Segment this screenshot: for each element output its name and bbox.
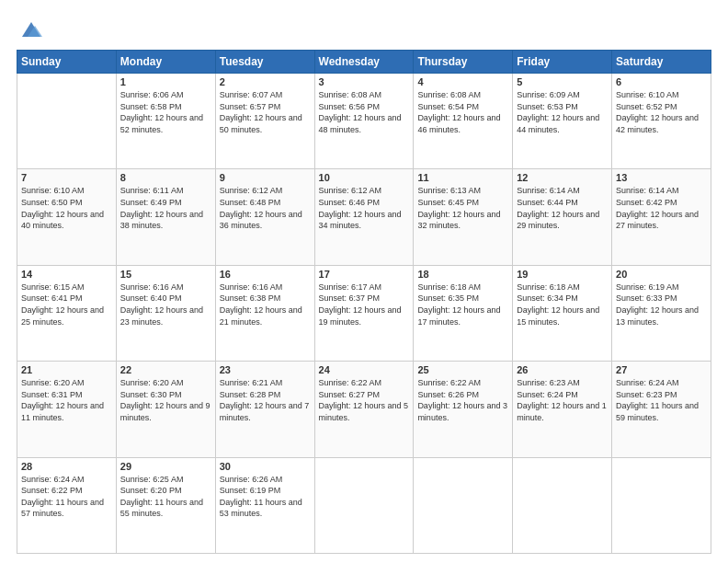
- calendar-cell: 2 Sunrise: 6:07 AM Sunset: 6:57 PM Dayli…: [215, 74, 314, 169]
- day-info: Sunrise: 6:14 AM Sunset: 6:42 PM Dayligh…: [616, 185, 707, 231]
- calendar-cell: 1 Sunrise: 6:06 AM Sunset: 6:58 PM Dayli…: [116, 74, 215, 169]
- calendar-cell: [612, 457, 711, 553]
- calendar-cell: 4 Sunrise: 6:08 AM Sunset: 6:54 PM Dayli…: [414, 74, 513, 169]
- logo-icon: [18, 17, 44, 42]
- day-number: 24: [319, 364, 410, 375]
- day-number: 18: [417, 269, 508, 280]
- calendar-cell: 15 Sunrise: 6:16 AM Sunset: 6:40 PM Dayl…: [116, 265, 215, 361]
- day-info: Sunrise: 6:12 AM Sunset: 6:48 PM Dayligh…: [220, 185, 311, 231]
- day-number: 4: [417, 76, 508, 87]
- logo: [17, 17, 44, 42]
- day-number: 26: [517, 364, 608, 375]
- calendar-week-2: 7 Sunrise: 6:10 AM Sunset: 6:50 PM Dayli…: [17, 169, 711, 265]
- day-number: 11: [417, 172, 508, 183]
- calendar-cell: 30 Sunrise: 6:26 AM Sunset: 6:19 PM Dayl…: [215, 457, 314, 553]
- day-info: Sunrise: 6:18 AM Sunset: 6:35 PM Dayligh…: [417, 282, 508, 327]
- calendar-cell: [17, 74, 117, 169]
- day-header-sunday: Sunday: [17, 51, 117, 74]
- day-info: Sunrise: 6:20 AM Sunset: 6:31 PM Dayligh…: [21, 377, 112, 423]
- day-info: Sunrise: 6:18 AM Sunset: 6:34 PM Dayligh…: [517, 282, 608, 327]
- calendar-cell: 11 Sunrise: 6:13 AM Sunset: 6:45 PM Dayl…: [414, 169, 513, 265]
- calendar-cell: 26 Sunrise: 6:23 AM Sunset: 6:24 PM Dayl…: [513, 362, 612, 457]
- day-info: Sunrise: 6:22 AM Sunset: 6:26 PM Dayligh…: [417, 377, 508, 423]
- calendar-cell: 28 Sunrise: 6:24 AM Sunset: 6:22 PM Dayl…: [17, 457, 117, 553]
- day-number: 7: [21, 172, 112, 183]
- calendar-cell: 22 Sunrise: 6:20 AM Sunset: 6:30 PM Dayl…: [116, 362, 215, 457]
- day-number: 9: [220, 172, 311, 183]
- day-info: Sunrise: 6:16 AM Sunset: 6:40 PM Dayligh…: [120, 282, 211, 327]
- day-number: 14: [21, 269, 112, 280]
- day-info: Sunrise: 6:06 AM Sunset: 6:58 PM Dayligh…: [120, 89, 211, 135]
- day-info: Sunrise: 6:23 AM Sunset: 6:24 PM Dayligh…: [517, 377, 608, 423]
- day-number: 1: [120, 76, 211, 87]
- calendar-cell: 27 Sunrise: 6:24 AM Sunset: 6:23 PM Dayl…: [612, 362, 711, 457]
- calendar-header-row: SundayMondayTuesdayWednesdayThursdayFrid…: [17, 51, 711, 74]
- day-info: Sunrise: 6:12 AM Sunset: 6:46 PM Dayligh…: [319, 185, 410, 231]
- calendar-week-5: 28 Sunrise: 6:24 AM Sunset: 6:22 PM Dayl…: [17, 457, 711, 553]
- day-header-thursday: Thursday: [414, 51, 513, 74]
- day-number: 2: [220, 76, 311, 87]
- day-info: Sunrise: 6:21 AM Sunset: 6:28 PM Dayligh…: [220, 377, 311, 423]
- day-number: 29: [120, 461, 211, 472]
- day-info: Sunrise: 6:25 AM Sunset: 6:20 PM Dayligh…: [120, 474, 211, 520]
- day-info: Sunrise: 6:08 AM Sunset: 6:54 PM Dayligh…: [417, 89, 508, 135]
- calendar-cell: 21 Sunrise: 6:20 AM Sunset: 6:31 PM Dayl…: [17, 362, 117, 457]
- day-number: 15: [120, 269, 211, 280]
- calendar-cell: 14 Sunrise: 6:15 AM Sunset: 6:41 PM Dayl…: [17, 265, 117, 361]
- day-number: 23: [220, 364, 311, 375]
- day-info: Sunrise: 6:08 AM Sunset: 6:56 PM Dayligh…: [319, 89, 410, 135]
- day-header-friday: Friday: [513, 51, 612, 74]
- day-number: 25: [417, 364, 508, 375]
- calendar-cell: [414, 457, 513, 553]
- day-number: 30: [220, 461, 311, 472]
- day-number: 12: [517, 172, 608, 183]
- day-info: Sunrise: 6:16 AM Sunset: 6:38 PM Dayligh…: [220, 282, 311, 327]
- day-number: 6: [616, 76, 707, 87]
- calendar-cell: 12 Sunrise: 6:14 AM Sunset: 6:44 PM Dayl…: [513, 169, 612, 265]
- day-number: 27: [616, 364, 707, 375]
- day-info: Sunrise: 6:09 AM Sunset: 6:53 PM Dayligh…: [517, 89, 608, 135]
- calendar-cell: 20 Sunrise: 6:19 AM Sunset: 6:33 PM Dayl…: [612, 265, 711, 361]
- calendar-cell: 6 Sunrise: 6:10 AM Sunset: 6:52 PM Dayli…: [612, 74, 711, 169]
- day-number: 19: [517, 269, 608, 280]
- calendar-cell: 24 Sunrise: 6:22 AM Sunset: 6:27 PM Dayl…: [314, 362, 414, 457]
- calendar-cell: 9 Sunrise: 6:12 AM Sunset: 6:48 PM Dayli…: [215, 169, 314, 265]
- calendar-table: SundayMondayTuesdayWednesdayThursdayFrid…: [17, 50, 711, 554]
- day-info: Sunrise: 6:14 AM Sunset: 6:44 PM Dayligh…: [517, 185, 608, 231]
- calendar-cell: 19 Sunrise: 6:18 AM Sunset: 6:34 PM Dayl…: [513, 265, 612, 361]
- calendar-week-4: 21 Sunrise: 6:20 AM Sunset: 6:31 PM Dayl…: [17, 362, 711, 457]
- day-number: 5: [517, 76, 608, 87]
- calendar-cell: 18 Sunrise: 6:18 AM Sunset: 6:35 PM Dayl…: [414, 265, 513, 361]
- day-info: Sunrise: 6:11 AM Sunset: 6:49 PM Dayligh…: [120, 185, 211, 231]
- day-info: Sunrise: 6:24 AM Sunset: 6:22 PM Dayligh…: [21, 474, 112, 520]
- day-info: Sunrise: 6:19 AM Sunset: 6:33 PM Dayligh…: [616, 282, 707, 327]
- day-info: Sunrise: 6:13 AM Sunset: 6:45 PM Dayligh…: [417, 185, 508, 231]
- calendar-cell: 10 Sunrise: 6:12 AM Sunset: 6:46 PM Dayl…: [314, 169, 414, 265]
- day-info: Sunrise: 6:17 AM Sunset: 6:37 PM Dayligh…: [319, 282, 410, 327]
- calendar-cell: 16 Sunrise: 6:16 AM Sunset: 6:38 PM Dayl…: [215, 265, 314, 361]
- day-header-tuesday: Tuesday: [215, 51, 314, 74]
- calendar-week-3: 14 Sunrise: 6:15 AM Sunset: 6:41 PM Dayl…: [17, 265, 711, 361]
- day-number: 28: [21, 461, 112, 472]
- calendar-cell: 13 Sunrise: 6:14 AM Sunset: 6:42 PM Dayl…: [612, 169, 711, 265]
- header: [17, 17, 711, 42]
- day-info: Sunrise: 6:10 AM Sunset: 6:52 PM Dayligh…: [616, 89, 707, 135]
- calendar-cell: 5 Sunrise: 6:09 AM Sunset: 6:53 PM Dayli…: [513, 74, 612, 169]
- calendar-cell: 3 Sunrise: 6:08 AM Sunset: 6:56 PM Dayli…: [314, 74, 414, 169]
- calendar-cell: 8 Sunrise: 6:11 AM Sunset: 6:49 PM Dayli…: [116, 169, 215, 265]
- day-number: 21: [21, 364, 112, 375]
- day-number: 13: [616, 172, 707, 183]
- calendar-cell: 17 Sunrise: 6:17 AM Sunset: 6:37 PM Dayl…: [314, 265, 414, 361]
- day-header-monday: Monday: [116, 51, 215, 74]
- calendar-cell: 7 Sunrise: 6:10 AM Sunset: 6:50 PM Dayli…: [17, 169, 117, 265]
- day-info: Sunrise: 6:20 AM Sunset: 6:30 PM Dayligh…: [120, 377, 211, 423]
- calendar-week-1: 1 Sunrise: 6:06 AM Sunset: 6:58 PM Dayli…: [17, 74, 711, 169]
- calendar-cell: [314, 457, 414, 553]
- day-number: 3: [319, 76, 410, 87]
- day-header-saturday: Saturday: [612, 51, 711, 74]
- day-number: 20: [616, 269, 707, 280]
- calendar-cell: 25 Sunrise: 6:22 AM Sunset: 6:26 PM Dayl…: [414, 362, 513, 457]
- page: SundayMondayTuesdayWednesdayThursdayFrid…: [0, 0, 728, 563]
- day-info: Sunrise: 6:10 AM Sunset: 6:50 PM Dayligh…: [21, 185, 112, 231]
- day-info: Sunrise: 6:07 AM Sunset: 6:57 PM Dayligh…: [220, 89, 311, 135]
